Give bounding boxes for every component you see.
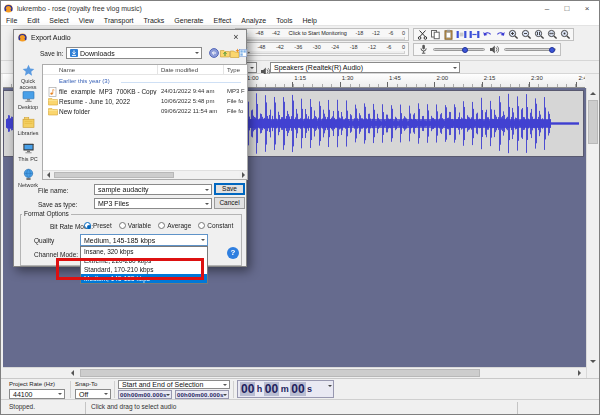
bit-rate-option-constant[interactable]: Constant (198, 222, 233, 229)
format-options-title: Format Options (22, 210, 71, 217)
scroll-left-button[interactable] (67, 368, 78, 378)
menu-tools[interactable]: Tools (271, 15, 297, 26)
meter-tick: -30 (313, 44, 321, 50)
column-type[interactable]: Type (227, 67, 240, 73)
radio-icon (158, 222, 165, 229)
playback-device-select[interactable]: Speakers (Realtek(R) Audio) (270, 62, 460, 73)
monitor-prompt[interactable]: Click to Start Monitoring (289, 30, 347, 36)
column-name[interactable]: Name (59, 67, 75, 73)
menu-edit[interactable]: Edit (22, 15, 44, 26)
playback-meter[interactable]: -54-48-42-36-30-24-18-12-60 (235, 42, 409, 56)
file-name-input[interactable]: sample audacity (94, 184, 212, 195)
audio-position-display[interactable]: 00h00m00s (237, 380, 334, 398)
star-icon (14, 64, 42, 77)
scroll-up-button[interactable] (587, 88, 599, 99)
bit-rate-option-preset[interactable]: Preset (84, 222, 112, 229)
downloads-icon (70, 49, 78, 57)
vertical-scroll-thumb[interactable] (588, 100, 598, 144)
place-desktop[interactable]: Desktop (14, 90, 42, 110)
menu-view[interactable]: View (74, 15, 99, 26)
horizontal-scrollbar[interactable] (3, 367, 586, 378)
redo-button[interactable] (494, 29, 506, 40)
selection-end-field[interactable]: 00h00m00.000s (175, 390, 229, 399)
meter-tick: -18 (350, 44, 358, 50)
menu-help[interactable]: Help (298, 15, 322, 26)
time-digits: 00 (240, 382, 255, 396)
bit-rate-options: PresetVariableAverageConstant (84, 222, 233, 229)
cut-button[interactable] (416, 29, 428, 40)
dialog-title-bar: Export Audio (14, 30, 246, 44)
fit-selection-button[interactable] (533, 29, 545, 40)
menu-analyze[interactable]: Analyze (236, 15, 271, 26)
zoom-in-button[interactable] (507, 29, 519, 40)
selection-start-field[interactable]: 00h00m00.000s (118, 390, 172, 399)
fit-project-button[interactable] (546, 29, 558, 40)
network-icon (14, 168, 42, 181)
annotation-highlight-box (56, 258, 204, 280)
close-button[interactable]: × (579, 3, 595, 14)
dialog-close-button[interactable]: × (229, 31, 243, 43)
back-folder-button[interactable] (208, 47, 219, 58)
save-as-type-select[interactable]: MP3 Files (94, 198, 212, 209)
recording-meter[interactable]: -54-48-42Click to Start Monitoring-18-12… (235, 28, 409, 41)
list-scroll-right[interactable] (239, 171, 247, 179)
playback-meter-scale: -54-48-42-36-30-24-18-12-60 (236, 43, 408, 51)
bit-rate-option-average[interactable]: Average (158, 222, 191, 229)
project-rate-select[interactable]: 44100 (9, 389, 65, 399)
silence-audio-button[interactable] (468, 29, 480, 40)
column-date-modified[interactable]: Date modified (161, 67, 198, 73)
place-network[interactable]: Network (14, 168, 42, 188)
maximize-button[interactable]: □ (559, 3, 575, 14)
menu-transport[interactable]: Transport (99, 15, 139, 26)
recording-volume-slider[interactable] (433, 48, 485, 51)
meter-tick: 0 (402, 30, 405, 36)
view-menu-button[interactable] (239, 47, 250, 58)
place-this-pc[interactable]: This PC (14, 142, 42, 162)
selection-toolbar: Project Rate (Hz) 44100 Snap-To Off Star… (1, 378, 600, 399)
help-button[interactable]: ? (227, 247, 239, 259)
menu-tracks[interactable]: Tracks (139, 15, 170, 26)
place-libraries[interactable]: Libraries (14, 116, 42, 136)
recording-meter-bar (239, 37, 405, 40)
copy-button[interactable] (429, 29, 441, 40)
time-digits: 00 (290, 382, 305, 396)
snap-to-select[interactable]: Off (75, 389, 111, 399)
trim-audio-button[interactable] (455, 29, 467, 40)
minimize-button[interactable]: – (539, 3, 555, 14)
menu-select[interactable]: Select (44, 15, 73, 26)
scroll-down-button[interactable] (587, 356, 599, 367)
file-group-label[interactable]: Earlier this year (3) (59, 78, 110, 84)
playback-volume-slider[interactable] (504, 48, 556, 51)
horizontal-scroll-thumb[interactable] (80, 369, 480, 377)
menu-generate[interactable]: Generate (169, 15, 208, 26)
cancel-button[interactable]: Cancel (214, 197, 245, 209)
file-row[interactable]: New folder09/06/2022 11:54 amFile fo (43, 107, 247, 117)
status-bar: Stopped. Click and drag to select audio (1, 399, 600, 415)
menu-file[interactable]: File (1, 15, 22, 26)
save-button[interactable]: Save (214, 183, 245, 195)
speaker-icon (489, 41, 500, 59)
list-scroll-thumb[interactable] (54, 172, 174, 178)
save-in-select[interactable]: Downloads (66, 47, 202, 59)
scroll-right-button[interactable] (574, 368, 585, 378)
playback-meter-bar (239, 51, 405, 54)
vertical-scrollbar[interactable] (586, 88, 599, 378)
quality-select[interactable]: Medium, 145-185 kbps (80, 234, 208, 246)
place-quick-access[interactable]: Quick access (14, 64, 42, 90)
radio-icon (198, 222, 205, 229)
zoom-toggle-button[interactable] (559, 29, 571, 40)
file-row[interactable]: Resume - June 10, 202210/06/2022 5:48 pm… (43, 97, 247, 107)
list-scroll-left[interactable] (44, 171, 52, 179)
undo-button[interactable] (481, 29, 493, 40)
quality-option[interactable]: Insane, 320 kbps (81, 247, 207, 256)
file-list-scrollbar[interactable] (43, 170, 247, 179)
paste-button[interactable] (442, 29, 454, 40)
menu-effect[interactable]: Effect (209, 15, 237, 26)
audacity-logo-icon (4, 4, 13, 13)
zoom-out-button[interactable] (520, 29, 532, 40)
file-row[interactable]: file_example_MP3_700KB - Copy24/01/2022 … (43, 87, 247, 97)
selection-mode-select[interactable]: Start and End of Selection (118, 380, 230, 389)
channel-mode-label: Channel Mode: (34, 251, 78, 258)
bit-rate-option-variable[interactable]: Variable (119, 222, 151, 229)
radio-icon (84, 222, 91, 229)
